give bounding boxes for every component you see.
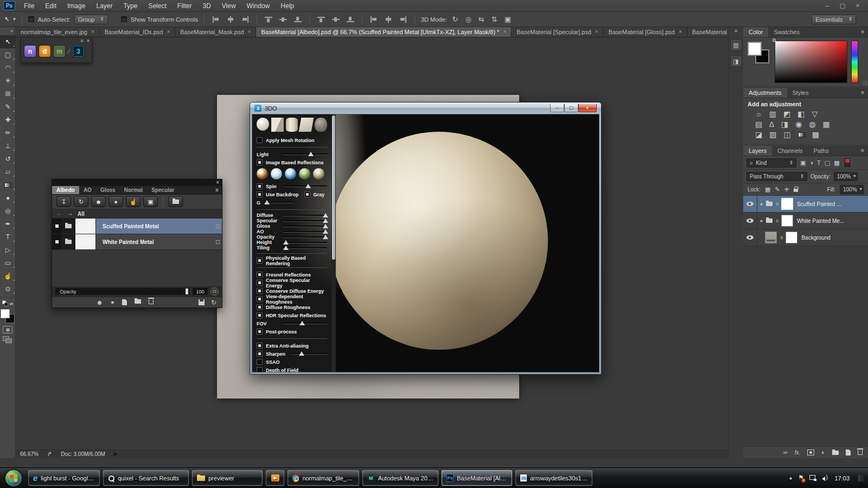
opacity-value[interactable]: 100 [193, 288, 208, 295]
swap-colors-icon[interactable]: ⇄ [10, 301, 14, 306]
sphere-mesh-button[interactable] [257, 118, 269, 131]
history-panel-icon[interactable] [730, 39, 742, 51]
opacity-value[interactable]: 100% [834, 172, 858, 181]
hand-tool[interactable]: ☝ [0, 269, 16, 282]
color-lookup-icon[interactable] [822, 120, 829, 128]
export-status-icon[interactable] [47, 451, 52, 457]
tab-swatches[interactable]: Swatches [768, 27, 805, 37]
opacity-slider[interactable] [283, 236, 327, 238]
shape-tool[interactable]: ▭ [0, 256, 16, 269]
hue-strip[interactable] [851, 41, 858, 83]
layer-row[interactable]: Background [743, 229, 868, 246]
tab-specular[interactable]: Specular [147, 186, 178, 194]
tab-adjustments[interactable]: Adjustments [743, 88, 787, 98]
distribute-vertical-centers-icon[interactable] [332, 16, 340, 23]
preview-sphere[interactable] [336, 132, 548, 350]
eraser-tool[interactable]: ▱ [0, 165, 16, 178]
environment-1-button[interactable] [257, 168, 268, 179]
menu-filter[interactable]: Filter [172, 0, 197, 12]
slider-thumb[interactable] [283, 246, 289, 250]
duplicate-material-icon[interactable] [143, 196, 158, 207]
extra-aa-checkbox[interactable] [257, 343, 263, 349]
forward-icon[interactable] [67, 211, 73, 216]
doc-tab[interactable]: BaseMaterial_Mask.psd [175, 27, 256, 37]
use-backdrop-checkbox[interactable] [257, 191, 263, 197]
saturation-field[interactable] [775, 41, 847, 83]
fill-value[interactable]: 100% [840, 185, 864, 194]
lock-all-icon[interactable] [794, 189, 798, 192]
ao-slider[interactable] [283, 231, 327, 233]
folder-icon[interactable] [61, 234, 75, 249]
network-icon[interactable] [809, 475, 816, 481]
menu-edit[interactable]: Edit [40, 0, 62, 12]
new-document-icon[interactable] [122, 299, 127, 305]
menu-view[interactable]: View [216, 0, 241, 12]
panel-menu-icon[interactable] [861, 148, 868, 153]
levels-icon[interactable] [769, 110, 776, 118]
3do-viewport[interactable] [336, 114, 599, 372]
save-icon[interactable] [199, 299, 205, 305]
show-desktop-button[interactable] [858, 475, 864, 481]
gradient-map-icon[interactable] [798, 132, 805, 137]
3do-scrollbar[interactable] [331, 114, 336, 372]
zoom-tool[interactable]: ⊙ [0, 282, 16, 296]
slider-thumb[interactable] [323, 224, 328, 228]
minimize-button[interactable] [820, 2, 834, 10]
megascans-app-button[interactable]: m [54, 46, 65, 57]
tab-paths[interactable]: Paths [808, 146, 834, 156]
close-tab-icon[interactable] [679, 29, 682, 35]
restore-button[interactable] [835, 2, 850, 10]
ddo-app-button[interactable]: d [39, 46, 50, 57]
resize-grip[interactable] [863, 81, 867, 85]
crop-tool[interactable]: ⊞ [0, 87, 16, 100]
cylinder-mesh-button[interactable] [286, 118, 298, 132]
spin-slider[interactable] [283, 185, 327, 187]
opacity-cycle-button[interactable]: O [210, 287, 219, 296]
type-tool[interactable]: T [0, 230, 16, 243]
lasso-tool[interactable]: ◠ [0, 61, 16, 74]
layer-row-selected[interactable]: Scuffed Painted ... [743, 196, 868, 213]
specular-slider[interactable] [283, 220, 327, 222]
sharpen-slider[interactable] [291, 353, 327, 355]
slider-thumb[interactable] [323, 235, 328, 239]
move-tool[interactable]: ↖ [0, 35, 16, 48]
align-vertical-centers-icon[interactable] [279, 16, 287, 23]
environment-4-button[interactable] [299, 168, 310, 179]
hue-saturation-icon[interactable] [755, 120, 762, 128]
taskbar-item-maya[interactable]: MAutodesk Maya 2014... [362, 470, 438, 486]
delete-icon[interactable] [149, 299, 154, 304]
back-icon[interactable] [57, 211, 62, 216]
volume-icon[interactable] [822, 475, 829, 481]
layer-mask-thumbnail[interactable] [781, 198, 793, 210]
depth-of-field-checkbox[interactable] [257, 367, 263, 372]
action-center-icon[interactable] [798, 475, 804, 481]
3do-titlebar[interactable]: 3 3DO [250, 102, 601, 114]
post-process-checkbox[interactable] [257, 329, 263, 335]
marquee-tool[interactable]: ▢ [0, 48, 16, 61]
tiling-slider[interactable] [283, 247, 327, 249]
3do-app-button[interactable]: 3 [73, 46, 84, 57]
align-bottom-edges-icon[interactable] [294, 16, 302, 23]
menu-type[interactable]: Type [118, 0, 143, 12]
sharpen-checkbox[interactable] [257, 351, 263, 357]
diffuse-slider[interactable] [283, 215, 327, 216]
cube-mesh-button[interactable] [271, 118, 284, 132]
opacity-slider[interactable]: Opacity [55, 288, 190, 295]
material-checkbox[interactable] [52, 234, 61, 249]
material-checkbox[interactable] [52, 219, 61, 234]
tab-layers[interactable]: Layers [743, 146, 772, 156]
gloss-slider[interactable] [283, 226, 327, 227]
conserve-diffuse-checkbox[interactable] [257, 288, 263, 294]
visibility-toggle[interactable] [743, 213, 757, 229]
menu-image[interactable]: Image [62, 0, 91, 12]
vibrance-icon[interactable] [812, 110, 818, 118]
color-swatches[interactable] [748, 42, 769, 63]
environment-5-button[interactable] [313, 168, 324, 179]
screen-mode-button[interactable] [3, 336, 12, 344]
doc-tab-active[interactable]: BaseMaterial [Albedo].psd @ 66.7% (Scuff… [256, 27, 512, 37]
layer-mask-thumbnail[interactable] [781, 215, 793, 227]
breadcrumb[interactable]: All [78, 211, 85, 217]
distribute-left-edges-icon[interactable] [370, 16, 378, 23]
distribute-right-edges-icon[interactable] [399, 16, 407, 23]
export-icon[interactable] [56, 196, 71, 207]
